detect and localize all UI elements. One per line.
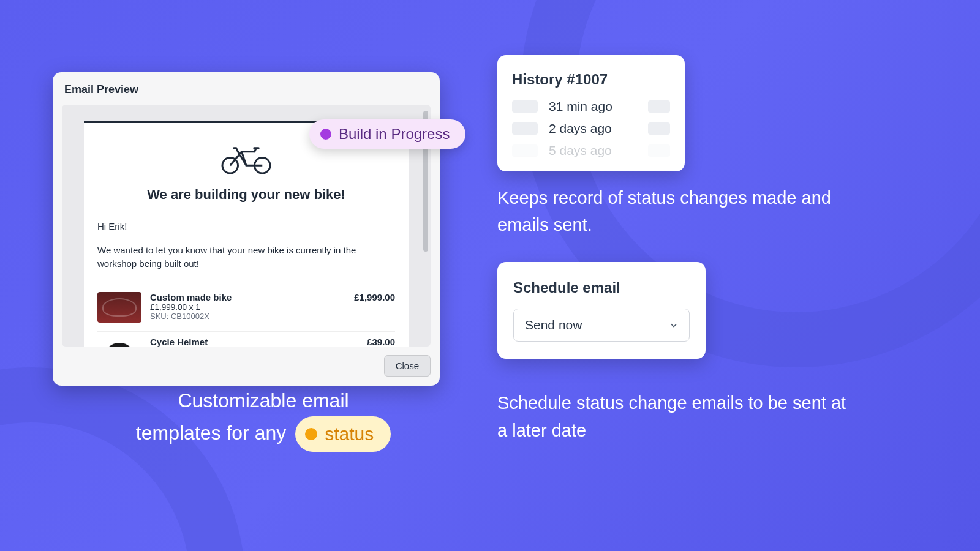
status-pill-example: status	[295, 416, 391, 452]
close-button[interactable]: Close	[384, 355, 431, 377]
history-title: History #1007	[512, 71, 670, 88]
caption-history: Keeps record of status changes made and …	[497, 185, 859, 238]
status-label: Build in Progress	[339, 126, 450, 143]
product-thumbnail	[97, 292, 141, 323]
caption-line-2: templates for any	[136, 421, 286, 443]
history-time: 5 days ago	[549, 143, 637, 158]
product-sku: SKU: CB10002X	[150, 312, 354, 321]
placeholder-bar	[512, 144, 538, 157]
product-thumbnail	[97, 337, 141, 347]
caption-schedule: Schedule status change emails to be sent…	[497, 389, 846, 444]
chevron-down-icon	[669, 321, 678, 329]
history-time: 2 days ago	[549, 121, 637, 136]
placeholder-bar	[512, 100, 538, 113]
history-row: 31 min ago	[512, 99, 670, 114]
email-headline: We are building your new bike!	[97, 187, 395, 203]
email-body: We are building your new bike! Hi Erik! …	[84, 121, 409, 347]
email-body-text: We wanted to let you know that your new …	[97, 244, 395, 271]
schedule-email-card: Schedule email Send now	[497, 262, 706, 359]
schedule-title: Schedule email	[513, 279, 690, 296]
caption-line-1: Customizable email	[178, 389, 349, 411]
placeholder-bar	[648, 100, 670, 113]
placeholder-bar	[648, 144, 670, 157]
line-item: Custom made bike £1,999.00 x 1 SKU: CB10…	[97, 287, 395, 332]
history-row: 5 days ago	[512, 143, 670, 158]
status-dot-icon	[320, 129, 331, 140]
status-dot-icon	[305, 428, 317, 440]
product-name: Cycle Helmet	[150, 337, 367, 347]
email-preview-title: Email Preview	[62, 83, 431, 96]
placeholder-bar	[512, 122, 538, 135]
email-greeting: Hi Erik!	[97, 220, 395, 234]
history-row: 2 days ago	[512, 121, 670, 136]
status-badge: Build in Progress	[309, 119, 466, 149]
status-pill-label: status	[325, 420, 374, 449]
history-card: History #1007 31 min ago 2 days ago 5 da…	[497, 55, 685, 171]
placeholder-bar	[648, 122, 670, 135]
history-time: 31 min ago	[549, 99, 637, 114]
caption-templates: Customizable email templates for any sta…	[92, 386, 435, 452]
schedule-select-value: Send now	[525, 318, 582, 332]
schedule-select[interactable]: Send now	[513, 309, 690, 342]
product-meta: £1,999.00 x 1	[150, 302, 354, 312]
product-price: £39.00	[367, 337, 395, 347]
line-item: Cycle Helmet £39.00 x 1 £39.00	[97, 332, 395, 347]
product-price: £1,999.00	[354, 292, 395, 302]
product-name: Custom made bike	[150, 292, 354, 302]
